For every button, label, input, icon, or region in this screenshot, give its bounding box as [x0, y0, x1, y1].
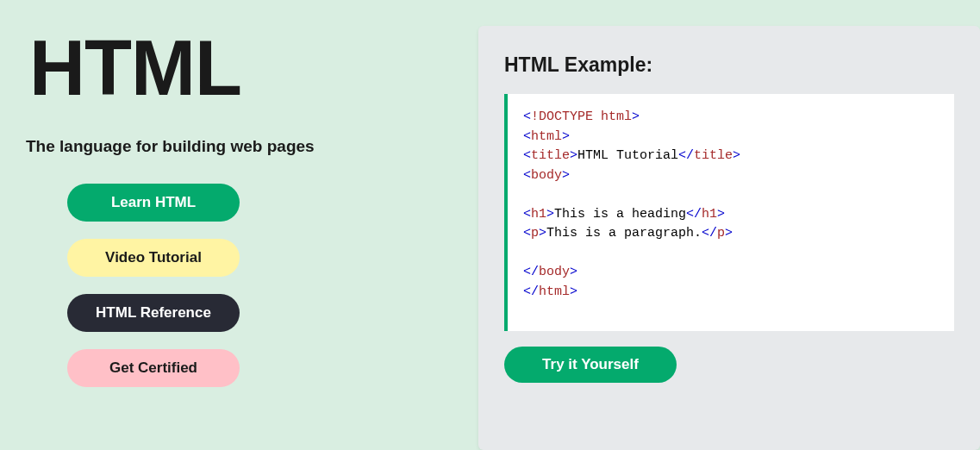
example-panel: HTML Example: <!DOCTYPE html> <html> <ti…: [478, 26, 980, 450]
html-reference-button[interactable]: HTML Reference: [67, 294, 240, 332]
example-title: HTML Example:: [504, 53, 954, 77]
code-bracket: >: [733, 148, 740, 163]
code-text: HTML Tutorial: [577, 148, 678, 163]
code-tag: title: [531, 148, 570, 163]
code-bracket: >: [632, 109, 640, 124]
code-bracket: </: [702, 226, 717, 241]
video-tutorial-button[interactable]: Video Tutorial: [67, 239, 240, 277]
code-bracket: >: [570, 148, 577, 163]
code-bracket: >: [562, 168, 570, 183]
code-bracket: >: [717, 207, 725, 222]
code-bracket: <: [523, 226, 531, 241]
code-tag: title: [694, 148, 733, 163]
code-bracket: >: [570, 265, 577, 279]
try-it-yourself-button[interactable]: Try it Yourself: [504, 347, 677, 383]
code-bracket: </: [678, 148, 694, 163]
code-tag: body: [539, 265, 570, 279]
code-tag: p: [531, 226, 539, 241]
code-bracket: >: [562, 129, 570, 144]
code-text: This is a paragraph.: [546, 226, 702, 241]
code-doctype: !DOCTYPE: [531, 109, 593, 124]
code-tag: p: [717, 226, 725, 241]
page-title: HTML: [29, 24, 453, 113]
code-bracket: >: [570, 284, 577, 299]
code-block: <!DOCTYPE html> <html> <title>HTML Tutor…: [504, 94, 954, 331]
code-tag: h1: [531, 207, 546, 222]
code-text: This is a heading: [554, 207, 686, 222]
page-subtitle: The language for building web pages: [26, 137, 453, 156]
code-tag: body: [531, 168, 562, 183]
code-bracket: >: [546, 207, 554, 222]
code-tag: html: [539, 284, 570, 299]
code-attr: html: [593, 109, 632, 124]
code-bracket: <: [523, 207, 531, 222]
code-bracket: <: [523, 109, 531, 124]
code-bracket: </: [686, 207, 702, 222]
code-bracket: <: [523, 129, 531, 144]
button-stack: Learn HTML Video Tutorial HTML Reference…: [67, 184, 453, 387]
code-tag: h1: [702, 207, 717, 222]
learn-html-button[interactable]: Learn HTML: [67, 184, 240, 222]
code-bracket: >: [539, 226, 546, 241]
code-bracket: </: [523, 265, 539, 279]
get-certified-button[interactable]: Get Certified: [67, 349, 240, 387]
code-bracket: <: [523, 168, 531, 183]
code-bracket: </: [523, 284, 539, 299]
code-bracket: >: [725, 226, 733, 241]
left-panel: HTML The language for building web pages…: [0, 0, 478, 450]
code-tag: html: [531, 129, 562, 144]
code-bracket: <: [523, 148, 531, 163]
